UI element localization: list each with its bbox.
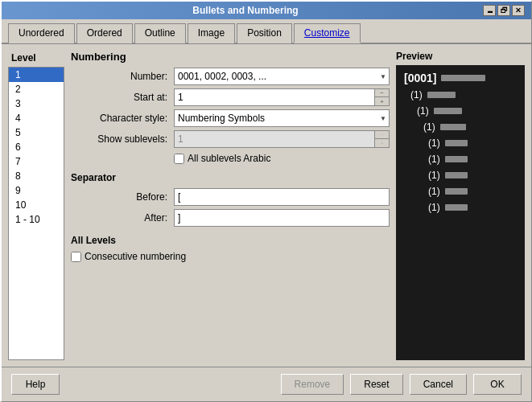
title-bar: Bullets and Numbering 🗕 🗗 ✕: [2, 2, 531, 19]
start-at-increment[interactable]: +: [374, 97, 389, 105]
level-item-10[interactable]: 10: [9, 198, 64, 212]
consecutive-numbering-label: Consecutive numbering: [85, 251, 186, 262]
number-label: Number:: [71, 71, 167, 82]
bullets-numbering-dialog: Bullets and Numbering 🗕 🗗 ✕ Unordered Or…: [0, 0, 532, 402]
preview-text-5: (1): [428, 137, 440, 149]
consecutive-numbering-row: Consecutive numbering: [71, 251, 390, 262]
level-item-9[interactable]: 9: [9, 183, 64, 198]
minimize-icon[interactable]: 🗕: [483, 5, 496, 16]
footer: Help Remove Reset Cancel OK: [2, 367, 531, 401]
show-sublevels-buttons: − +: [374, 131, 389, 147]
after-input-row: [174, 209, 390, 227]
level-item-5[interactable]: 5: [9, 125, 64, 140]
consecutive-numbering-checkbox[interactable]: [71, 252, 81, 262]
level-item-6[interactable]: 6: [9, 140, 64, 154]
preview-bar-8: [445, 188, 468, 195]
start-at-spinbox: − +: [174, 88, 390, 106]
char-style-label: Character style:: [71, 113, 167, 124]
level-list: 1 2 3 4 5 6 7 8 9 10 1 - 10: [8, 67, 64, 360]
numbering-panel: Numbering Number: 0001, 0002, 0003, ... …: [71, 51, 390, 360]
level-item-4[interactable]: 4: [9, 111, 64, 125]
level-item-1[interactable]: 1: [9, 68, 64, 82]
preview-item-5: (1): [428, 137, 517, 149]
level-item-2[interactable]: 2: [9, 82, 64, 96]
preview-item-9: (1): [428, 202, 517, 213]
tab-ordered[interactable]: Ordered: [76, 23, 133, 43]
all-sublevels-label: All sublevels Arabic: [188, 153, 270, 164]
after-input[interactable]: [174, 209, 390, 227]
maximize-icon[interactable]: 🗗: [497, 5, 510, 16]
footer-left: Help: [11, 374, 60, 395]
preview-text-8: (1): [428, 186, 440, 197]
char-style-row: Numbering Symbols: [174, 109, 390, 127]
preview-text-4: (1): [423, 121, 435, 133]
preview-text-7: (1): [428, 170, 440, 181]
preview-text-2: (1): [410, 89, 423, 100]
preview-box: [0001] (1) (1) (1) (1): [396, 65, 525, 360]
show-sublevels-decrement: −: [374, 131, 389, 139]
preview-bar-4: [440, 124, 466, 130]
close-icon[interactable]: ✕: [512, 5, 525, 16]
title-bar-icons: 🗕 🗗 ✕: [483, 5, 525, 16]
preview-item-3: (1): [417, 105, 517, 117]
before-input[interactable]: [174, 188, 390, 206]
tab-outline[interactable]: Outline: [134, 23, 186, 43]
preview-item-1: [0001]: [404, 72, 517, 84]
show-sublevels-input: [175, 131, 374, 147]
char-style-select[interactable]: Numbering Symbols: [174, 109, 390, 127]
show-sublevels-increment: +: [374, 139, 389, 147]
all-levels-header: All Levels: [71, 235, 390, 246]
preview-bar-6: [445, 156, 468, 162]
separator-section: Separator: [71, 172, 390, 183]
preview-item-4: (1): [423, 121, 517, 133]
start-at-label: Start at:: [71, 92, 167, 103]
start-at-input[interactable]: [175, 89, 374, 105]
main-content: Level 1 2 3 4 5 6 7 8 9 10 1 - 10 Number…: [2, 44, 531, 367]
preview-text-1: [0001]: [404, 72, 436, 84]
after-label: After:: [71, 212, 167, 224]
form-grid: Number: 0001, 0002, 0003, ... Start at: …: [71, 68, 390, 264]
preview-header: Preview: [396, 51, 525, 62]
tab-image[interactable]: Image: [188, 23, 235, 43]
preview-item-6: (1): [428, 154, 517, 165]
tab-unordered[interactable]: Unordered: [8, 23, 75, 43]
tab-customize[interactable]: Customize: [294, 23, 361, 43]
all-sublevels-row: All sublevels Arabic: [71, 153, 390, 164]
number-select[interactable]: 0001, 0002, 0003, ...: [174, 68, 390, 85]
preview-bar-2: [427, 92, 456, 98]
tab-position[interactable]: Position: [237, 23, 292, 43]
start-at-row: − +: [174, 88, 390, 106]
level-item-7[interactable]: 7: [9, 154, 64, 169]
cancel-button[interactable]: Cancel: [410, 374, 467, 395]
reset-button[interactable]: Reset: [350, 374, 402, 395]
preview-item-8: (1): [428, 186, 517, 197]
preview-text-9: (1): [428, 202, 440, 213]
tab-bar: Unordered Ordered Outline Image Position…: [2, 19, 531, 44]
remove-button[interactable]: Remove: [281, 374, 344, 395]
show-sublevels-label: Show sublevels:: [71, 133, 167, 145]
preview-item-7: (1): [428, 170, 517, 181]
before-label: Before:: [71, 191, 167, 203]
preview-bar-3: [434, 108, 462, 114]
help-button[interactable]: Help: [11, 374, 60, 395]
preview-bar-1: [441, 75, 485, 81]
preview-bar-5: [445, 140, 468, 146]
number-input-row: 0001, 0002, 0003, ...: [174, 68, 390, 85]
char-style-wrapper: Numbering Symbols: [174, 109, 390, 127]
level-item-1-10[interactable]: 1 - 10: [9, 212, 64, 227]
preview-text-3: (1): [417, 105, 429, 117]
start-at-decrement[interactable]: −: [374, 89, 389, 97]
preview-bar-9: [445, 204, 468, 211]
level-item-8[interactable]: 8: [9, 169, 64, 183]
level-item-3[interactable]: 3: [9, 96, 64, 111]
dialog-title: Bullets and Numbering: [8, 5, 483, 16]
all-sublevels-checkbox[interactable]: [174, 154, 184, 164]
show-sublevels-spinbox: − +: [174, 130, 390, 148]
separator-label: Separator: [71, 172, 116, 183]
ok-button[interactable]: OK: [473, 374, 522, 395]
show-sublevels-row: − +: [174, 130, 390, 148]
level-panel: Level 1 2 3 4 5 6 7 8 9 10 1 - 10: [8, 51, 64, 360]
start-at-buttons: − +: [374, 89, 389, 105]
preview-panel: Preview [0001] (1) (1) (1): [396, 51, 525, 360]
footer-right: Remove Reset Cancel OK: [281, 374, 522, 395]
